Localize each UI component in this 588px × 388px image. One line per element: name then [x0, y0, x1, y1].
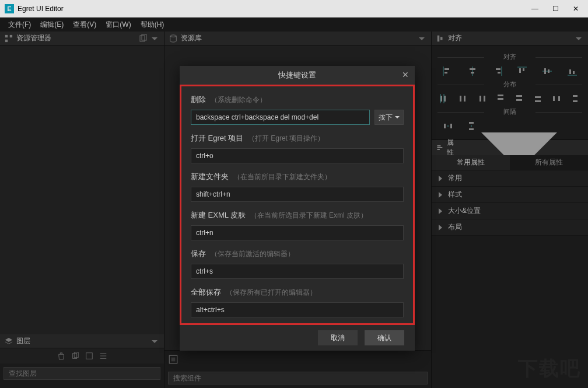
shortcut-item: 打开 Egret 项目 （打开 Egret 项目操作） [181, 127, 413, 166]
shortcut-hint: （在当前所选目录下新建 Exml 皮肤） [250, 211, 368, 219]
shortcut-input[interactable] [191, 264, 404, 279]
shortcut-hint: （保存当前激活的编辑器） [211, 250, 295, 258]
shortcut-settings-dialog: 快捷键设置 ✕ 删除 （系统删除命令）按下 打开 Egret 项目 （打开 Eg… [180, 66, 415, 351]
shortcut-hint: （打开 Egret 项目操作） [248, 134, 324, 142]
shortcut-hint: （系统删除命令） [211, 96, 267, 104]
shortcut-item: 新建文件夹 （在当前所目录下新建文件夹） [181, 166, 413, 204]
dialog-title: 快捷键设置 [278, 70, 316, 81]
shortcut-item: 删除 （系统删除命令）按下 [181, 89, 413, 127]
shortcut-hint: （在当前所目录下新建文件夹） [233, 173, 331, 181]
dialog-close-button[interactable]: ✕ [402, 70, 409, 79]
shortcut-item: 保存 （保存当前激活的编辑器） [181, 243, 413, 281]
cancel-button[interactable]: 取消 [318, 330, 358, 345]
shortcut-input[interactable] [191, 110, 370, 125]
shortcut-name: 新建 EXML 皮肤 [191, 211, 246, 219]
shortcut-item: 全部保存 （保存所有已打开的编辑器） [181, 281, 413, 320]
ok-button[interactable]: 确认 [365, 330, 404, 345]
shortcut-input[interactable] [191, 225, 404, 240]
shortcut-item: 新建 EXML 皮肤 （在当前所选目录下新建 Exml 皮肤） [181, 204, 413, 243]
shortcut-name: 打开 Egret 项目 [191, 134, 243, 142]
shortcut-name: 删除 [191, 95, 206, 104]
shortcut-name: 新建文件夹 [191, 172, 229, 181]
shortcut-input[interactable] [191, 148, 404, 163]
shortcut-input[interactable] [191, 302, 404, 317]
shortcut-input[interactable] [191, 187, 404, 202]
shortcut-name: 全部保存 [191, 288, 221, 296]
shortcut-hint: （保存所有已打开的编辑器） [226, 288, 317, 296]
trigger-select[interactable]: 按下 [374, 110, 404, 125]
shortcut-name: 保存 [191, 249, 206, 258]
